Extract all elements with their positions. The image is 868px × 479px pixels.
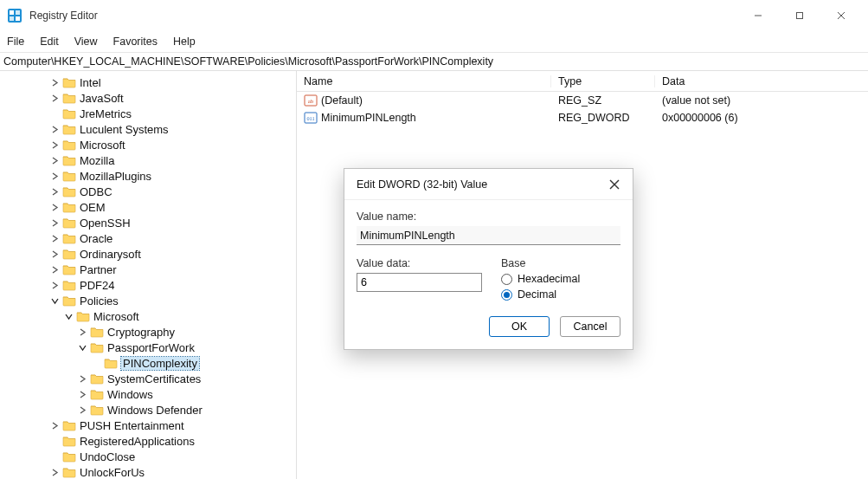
value-data-field[interactable] [357,273,482,292]
tree-label: JreMetrics [80,107,132,120]
tree-label: Policies [80,295,119,307]
address-bar[interactable]: Computer\HKEY_LOCAL_MACHINE\SOFTWARE\Pol… [0,52,868,71]
value-data: 0x00000006 (6) [655,112,868,124]
expand-collapse-icon[interactable] [48,107,61,120]
folder-icon [62,217,76,229]
tree-label: Mozilla [80,154,114,167]
folder-icon [62,419,76,431]
expand-collapse-icon[interactable] [48,279,61,291]
col-name[interactable]: Name [297,75,551,87]
tree-item[interactable]: OEM [0,199,296,215]
value-type: REG_DWORD [551,112,655,124]
col-data[interactable]: Data [655,75,868,87]
expand-collapse-icon[interactable] [48,295,61,307]
dialog-close-button[interactable] [601,174,627,195]
tree-item[interactable]: PINComplexity [0,355,296,371]
tree-label: Windows [107,388,153,401]
expand-collapse-icon[interactable] [48,154,61,166]
col-type[interactable]: Type [551,75,655,87]
expand-collapse-icon[interactable] [48,92,61,104]
tree-item[interactable]: MozillaPlugins [0,168,296,184]
folder-icon [62,232,76,244]
tree-item[interactable]: PDF24 [0,277,296,293]
expand-collapse-icon[interactable] [48,248,61,260]
value-name-field[interactable] [357,226,620,245]
tree-label: PUSH Entertainment [80,419,184,432]
expand-collapse-icon[interactable] [48,76,61,88]
minimize-button[interactable] [738,3,778,29]
tree-pane[interactable]: IntelJavaSoftJreMetricsLuculent SystemsM… [0,71,297,479]
list-row[interactable]: ab(Default)REG_SZ(value not set) [297,92,868,109]
tree-item[interactable]: Microsoft [0,308,296,324]
tree-item[interactable]: OpenSSH [0,215,296,230]
tree-item[interactable]: Oracle [0,230,296,246]
expand-collapse-icon[interactable] [76,404,88,416]
tree-label: Intel [80,76,101,89]
tree-label: UnlockForUs [80,466,145,479]
ok-button[interactable]: OK [489,316,550,337]
tree-item[interactable]: Cryptography [0,324,296,340]
value-data: (value not set) [655,94,868,107]
tree-item[interactable]: Ordinarysoft [0,246,296,262]
radio-dec[interactable]: Decimal [501,288,620,301]
radio-hex-icon [501,274,512,285]
tree-item[interactable]: PassportForWork [0,340,296,355]
folder-icon [90,326,104,338]
cancel-button[interactable]: Cancel [560,316,620,337]
menu-view[interactable]: View [74,36,98,48]
expand-collapse-icon[interactable] [76,326,88,338]
expand-collapse-icon[interactable] [76,372,88,385]
list-row[interactable]: 011MinimumPINLengthREG_DWORD0x00000006 (… [297,109,868,126]
folder-icon [62,248,76,260]
expand-collapse-icon[interactable] [76,341,88,353]
expand-collapse-icon[interactable] [62,310,74,322]
value-type-icon: ab [304,94,318,107]
tree-item[interactable]: JreMetrics [0,106,296,121]
expand-collapse-icon[interactable] [48,139,61,151]
folder-icon [90,341,104,353]
folder-icon [62,139,76,151]
tree-item[interactable]: Mozilla [0,152,296,168]
expand-collapse-icon[interactable] [48,185,61,197]
close-button[interactable] [821,3,861,29]
expand-collapse-icon[interactable] [48,435,61,447]
expand-collapse-icon[interactable] [48,466,61,478]
expand-collapse-icon[interactable] [48,170,61,182]
tree-item[interactable]: Luculent Systems [0,121,296,137]
maximize-button[interactable] [780,3,820,29]
tree-item[interactable]: JavaSoft [0,90,296,106]
expand-collapse-icon[interactable] [48,263,61,275]
expand-collapse-icon[interactable] [76,388,88,400]
dialog-title: Edit DWORD (32-bit) Value [344,169,633,200]
menu-favorites[interactable]: Favorites [113,36,158,48]
expand-collapse-icon[interactable] [48,217,61,229]
folder-icon [90,388,104,400]
radio-hex[interactable]: Hexadecimal [501,273,620,285]
tree-item[interactable]: Windows Defender [0,402,296,418]
tree-item[interactable]: ODBC [0,184,296,199]
tree-item[interactable]: Microsoft [0,137,296,152]
expand-collapse-icon[interactable] [48,123,61,135]
tree-item[interactable]: Partner [0,262,296,277]
tree-label: Windows Defender [107,404,203,417]
tree-item[interactable]: UndoClose [0,449,296,464]
tree-item[interactable]: Policies [0,293,296,308]
tree-item[interactable]: Intel [0,74,296,90]
base-label: Base [501,257,620,269]
tree-item[interactable]: PUSH Entertainment [0,418,296,433]
expand-collapse-icon[interactable] [48,419,61,431]
tree-item[interactable]: Windows [0,386,296,402]
folder-icon [62,107,76,120]
tree-item[interactable]: UnlockForUs [0,464,296,479]
menu-edit[interactable]: Edit [40,36,59,48]
value-name-label: Value name: [357,210,620,223]
expand-collapse-icon[interactable] [48,201,61,213]
menu-file[interactable]: File [7,36,24,48]
folder-icon [62,201,76,213]
expand-collapse-icon[interactable] [48,232,61,244]
tree-item[interactable]: RegisteredApplications [0,433,296,449]
expand-collapse-icon[interactable] [48,450,61,463]
tree-item[interactable]: SystemCertificates [0,371,296,386]
expand-collapse-icon[interactable] [90,357,102,369]
menu-help[interactable]: Help [173,36,196,48]
